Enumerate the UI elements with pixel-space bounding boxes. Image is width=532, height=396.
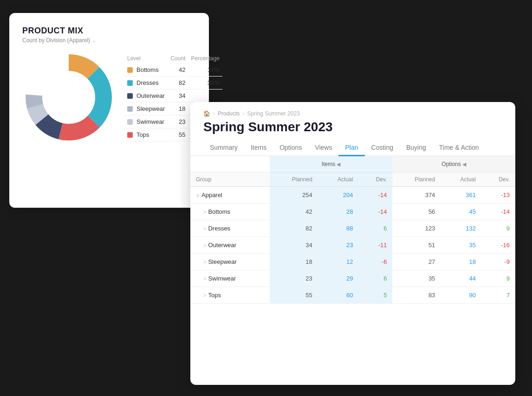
- legend-pct: [188, 89, 222, 102]
- legend-col-pct: Percentage: [188, 53, 222, 64]
- legend-label: Dresses: [124, 77, 168, 89]
- options-planned-cell: 27: [392, 254, 441, 270]
- sub-col-items-dev: Dev.: [358, 172, 392, 187]
- items-planned-cell: 82: [270, 220, 318, 237]
- legend-count: 82: [168, 77, 188, 89]
- options-actual-cell: 45: [441, 204, 481, 220]
- page-title: Spring Summer 2023: [190, 117, 515, 134]
- options-actual-cell: 90: [441, 287, 481, 304]
- items-actual-cell: 23: [318, 237, 359, 254]
- options-dev-cell: 9: [481, 220, 515, 237]
- expand-icon[interactable]: >: [203, 226, 206, 231]
- legend-label: Outerwear: [124, 89, 168, 102]
- items-actual-cell: 29: [318, 270, 359, 287]
- table-row: >Bottoms 42 28 -14 56 45 -14: [190, 204, 515, 220]
- legend-pct: 17%: [188, 64, 222, 77]
- legend-color-dot: [127, 119, 133, 125]
- items-planned-cell: 55: [270, 287, 318, 304]
- options-actual-cell: 35: [441, 237, 481, 254]
- tab-buying[interactable]: Buying: [400, 140, 433, 156]
- options-actual-cell: 132: [441, 220, 481, 237]
- options-collapse-icon[interactable]: ◀: [462, 161, 466, 167]
- legend-color-dot: [127, 106, 133, 112]
- row-label[interactable]: ∨Apparel: [190, 187, 270, 204]
- tab-time-and-action[interactable]: Time & Action: [433, 140, 486, 156]
- tab-views[interactable]: Views: [308, 140, 338, 156]
- home-icon[interactable]: 🏠: [203, 110, 210, 117]
- tab-summary[interactable]: Summary: [203, 140, 244, 156]
- sub-col-options-planned: Planned: [392, 172, 441, 187]
- table-row: >Outerwear 34 23 -11 51 35 -16: [190, 237, 515, 254]
- row-label[interactable]: >Outerwear: [190, 237, 270, 254]
- legend-label: Sleepwear: [124, 102, 168, 115]
- expand-icon[interactable]: >: [203, 243, 206, 248]
- row-label[interactable]: >Swimwear: [190, 270, 270, 287]
- row-label[interactable]: >Sleepwear: [190, 254, 270, 270]
- legend-col-level: Level: [124, 53, 168, 64]
- table-row: ∨Apparel 254 204 -14 374 361 -13: [190, 187, 515, 204]
- legend-row: Outerwear 34: [124, 89, 222, 102]
- chart-area: Level Count Percentage Bottoms 42 17% Dr…: [22, 51, 196, 144]
- expand-icon[interactable]: >: [203, 259, 206, 265]
- options-planned-cell: 56: [392, 204, 441, 220]
- items-planned-cell: 23: [270, 270, 318, 287]
- row-label[interactable]: >Bottoms: [190, 204, 270, 220]
- tab-options[interactable]: Options: [273, 140, 308, 156]
- tab-plan[interactable]: Plan: [338, 140, 364, 156]
- expand-icon[interactable]: ∨: [196, 192, 200, 198]
- legend-row: Bottoms 42 17%: [124, 64, 222, 77]
- table-row: >Swimwear 23 29 6 35 44 9: [190, 270, 515, 287]
- table-row: >Sleepwear 18 12 -6 27 18 -9: [190, 254, 515, 270]
- options-actual-cell: 361: [441, 187, 481, 204]
- sub-col-options-dev: Dev.: [481, 172, 515, 187]
- items-dev-cell: -11: [358, 237, 392, 254]
- items-planned-cell: 18: [270, 254, 318, 270]
- expand-icon[interactable]: >: [203, 276, 206, 281]
- expand-icon[interactable]: >: [203, 209, 206, 215]
- legend-pct: 32%: [188, 77, 222, 89]
- expand-icon[interactable]: >: [203, 293, 206, 298]
- main-panel: 🏠 › Products › Spring Summer 2023 Spring…: [190, 102, 515, 385]
- legend-color-dot: [127, 93, 133, 99]
- items-planned-cell: 34: [270, 237, 318, 254]
- legend-label: Tops: [124, 128, 168, 141]
- row-label[interactable]: >Tops: [190, 287, 270, 304]
- legend-count: 34: [168, 89, 188, 102]
- items-dev-cell: -6: [358, 254, 392, 270]
- items-dev-cell: 5: [358, 287, 392, 304]
- row-label[interactable]: >Dresses: [190, 220, 270, 237]
- plan-table-wrapper: Items ◀ Options ◀ Group Planned Actual D…: [190, 156, 515, 385]
- items-dev-cell: 6: [358, 270, 392, 287]
- items-collapse-icon[interactable]: ◀: [337, 161, 340, 167]
- options-dev-cell: 9: [481, 270, 515, 287]
- legend-row: Dresses 82 32%: [124, 77, 222, 89]
- breadcrumb-products[interactable]: Products: [218, 110, 240, 117]
- table-row: >Dresses 82 88 6 123 132 9: [190, 220, 515, 237]
- options-planned-cell: 51: [392, 237, 441, 254]
- tab-items[interactable]: Items: [244, 140, 273, 156]
- sub-col-group: Group: [190, 172, 270, 187]
- plan-table: Items ◀ Options ◀ Group Planned Actual D…: [190, 156, 515, 304]
- chevron-down-icon[interactable]: ⌄: [92, 38, 96, 43]
- items-dev-cell: -14: [358, 187, 392, 204]
- sub-col-options-actual: Actual: [441, 172, 481, 187]
- items-actual-cell: 28: [318, 204, 359, 220]
- options-actual-cell: 18: [441, 254, 481, 270]
- legend-col-count: Count: [168, 53, 188, 64]
- tabs-nav: SummaryItemsOptionsViewsPlanCostingBuyin…: [190, 134, 515, 156]
- legend-label: Swimwear: [124, 115, 168, 128]
- items-dev-cell: 6: [358, 220, 392, 237]
- items-planned-cell: 254: [270, 187, 318, 204]
- options-planned-cell: 123: [392, 220, 441, 237]
- tab-costing[interactable]: Costing: [365, 140, 400, 156]
- breadcrumb-current: Spring Summer 2023: [247, 110, 299, 117]
- legend-color-dot: [127, 80, 133, 86]
- options-dev-cell: -16: [481, 237, 515, 254]
- legend-count: 42: [168, 64, 188, 77]
- items-planned-cell: 42: [270, 204, 318, 220]
- legend-count: 18: [168, 102, 188, 115]
- options-dev-cell: -14: [481, 204, 515, 220]
- options-planned-cell: 374: [392, 187, 441, 204]
- options-group-header[interactable]: Options ◀: [392, 156, 515, 172]
- items-group-header[interactable]: Items ◀: [270, 156, 393, 172]
